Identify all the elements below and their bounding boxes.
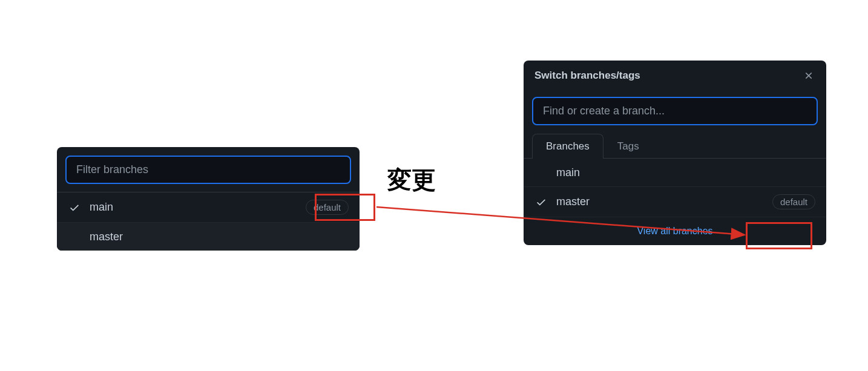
check-spacer [68, 230, 81, 243]
branch-name: master [90, 231, 123, 243]
default-badge: default [772, 194, 815, 209]
branch-item-main[interactable]: main default [57, 192, 360, 223]
branch-list: main master default [524, 158, 826, 217]
panel-title: Switch branches/tags [534, 70, 640, 82]
branch-item-main[interactable]: main [524, 159, 826, 187]
branch-name: master [556, 195, 590, 208]
tabs: Branches Tags [524, 134, 826, 159]
check-icon [534, 195, 548, 209]
branch-item-master[interactable]: master [57, 223, 360, 251]
branch-name: main [90, 201, 113, 214]
branch-selector-panel-after: Switch branches/tags Branches Tags main … [524, 61, 826, 245]
branch-list: main default master [57, 192, 360, 251]
tab-tags[interactable]: Tags [603, 134, 653, 159]
branch-selector-panel-before: main default master [57, 147, 360, 251]
search-wrap [524, 91, 826, 134]
find-create-branch-input[interactable] [532, 97, 818, 125]
check-icon [68, 201, 81, 214]
check-spacer [534, 166, 548, 179]
annotation-label: 変更 [387, 163, 436, 197]
filter-branches-input[interactable] [65, 156, 351, 184]
view-all-branches-link[interactable]: View all branches [524, 217, 826, 245]
search-wrap [57, 147, 360, 192]
close-button[interactable] [802, 69, 815, 82]
tab-branches[interactable]: Branches [532, 134, 603, 159]
branch-name: main [556, 166, 580, 179]
default-badge: default [306, 200, 349, 215]
panel-header: Switch branches/tags [524, 61, 826, 91]
branch-item-master[interactable]: master default [524, 187, 826, 217]
